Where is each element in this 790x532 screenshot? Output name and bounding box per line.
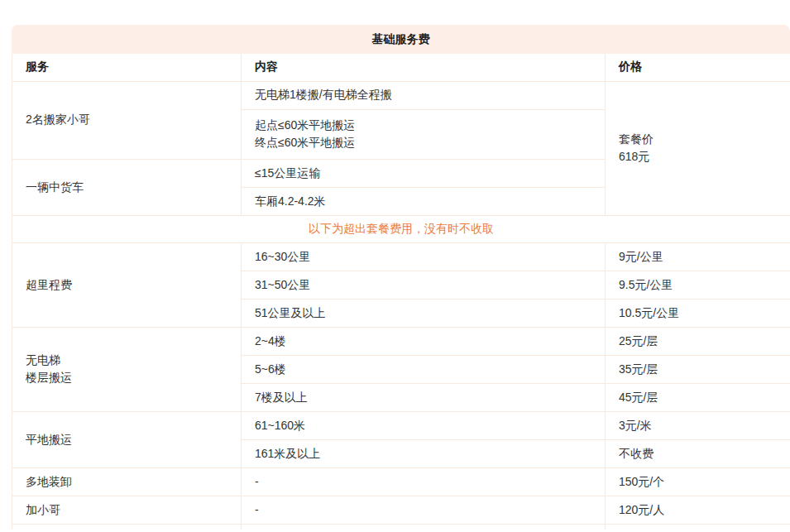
content-line: 起点≤60米平地搬运 — [255, 117, 591, 135]
service-cell: 超里程费 — [12, 242, 242, 327]
content-cell: 5~6楼 — [242, 355, 606, 383]
price-cell: 45元/层 — [606, 383, 790, 411]
column-header-row: 服务 内容 价格 — [12, 54, 790, 81]
table-row: 平地搬运 61~160米 3元/米 — [12, 411, 790, 439]
price-cell: 3元/米 — [606, 411, 790, 439]
service-cell: 加小哥 — [12, 496, 242, 524]
package-price-value: 618元 — [619, 148, 777, 166]
service-cell: 无电梯 楼层搬运 — [12, 327, 242, 411]
content-cell: 31~50公里 — [242, 271, 606, 299]
price-cell: 150元/个 — [606, 467, 790, 496]
content-cell: - — [242, 496, 606, 524]
service-cell — [12, 524, 242, 530]
table-row: 加小哥 - 120元/人 — [12, 496, 790, 524]
content-cell: 无电梯1楼搬/有电梯全程搬 — [242, 81, 606, 109]
service-cell: 多地装卸 — [12, 467, 242, 496]
price-cell: 不收费 — [606, 439, 790, 467]
service-cell: 一辆中货车 — [12, 159, 242, 215]
table-row: 无电梯 楼层搬运 2~4楼 25元/层 — [12, 327, 790, 355]
price-cell: 35元/层 — [606, 355, 790, 383]
content-cell: 车厢4.2-4.2米 — [242, 187, 606, 215]
table-title: 基础服务费 — [12, 25, 790, 54]
col-header-content: 内容 — [242, 54, 606, 81]
content-cell: 16~30公里 — [242, 242, 606, 271]
cutoff-next-row — [12, 524, 790, 530]
price-cell: 9元/公里 — [606, 242, 790, 271]
pricing-table: 服务 内容 价格 2名搬家小哥 无电梯1楼搬/有电梯全程搬 套餐价 618元 起… — [12, 54, 790, 530]
price-cell — [606, 524, 790, 530]
content-cell: 161米及以上 — [242, 439, 606, 467]
price-cell: 25元/层 — [606, 327, 790, 355]
col-header-service: 服务 — [12, 54, 242, 81]
notice-row: 以下为超出套餐费用，没有时不收取 — [12, 215, 790, 242]
service-cell: 2名搬家小哥 — [12, 81, 242, 159]
content-cell: - — [242, 467, 606, 496]
service-line: 楼层搬运 — [26, 369, 227, 387]
content-cell: 2~4楼 — [242, 327, 606, 355]
package-price-label: 套餐价 — [619, 131, 777, 149]
price-cell: 120元/人 — [606, 496, 790, 524]
content-cell — [242, 524, 606, 530]
content-cell: 7楼及以上 — [242, 383, 606, 411]
content-cell: 51公里及以上 — [242, 299, 606, 327]
table-row: 超里程费 16~30公里 9元/公里 — [12, 242, 790, 271]
service-line: 无电梯 — [26, 352, 227, 370]
content-cell: 61~160米 — [242, 411, 606, 439]
service-cell: 平地搬运 — [12, 411, 242, 467]
pricing-panel: 基础服务费 服务 内容 价格 2名搬家小哥 无电梯1楼搬/有电梯全程搬 套餐价 … — [12, 25, 790, 530]
price-cell: 9.5元/公里 — [606, 271, 790, 299]
table-row: 多地装卸 - 150元/个 — [12, 467, 790, 496]
col-header-price: 价格 — [606, 54, 790, 81]
content-cell: ≤15公里运输 — [242, 159, 606, 187]
price-cell: 10.5元/公里 — [606, 299, 790, 327]
table-row: 2名搬家小哥 无电梯1楼搬/有电梯全程搬 套餐价 618元 — [12, 81, 790, 109]
over-package-notice: 以下为超出套餐费用，没有时不收取 — [12, 215, 790, 242]
content-cell: 起点≤60米平地搬运 终点≤60米平地搬运 — [242, 109, 606, 159]
content-line: 终点≤60米平地搬运 — [255, 134, 591, 152]
package-price-cell: 套餐价 618元 — [606, 81, 790, 215]
